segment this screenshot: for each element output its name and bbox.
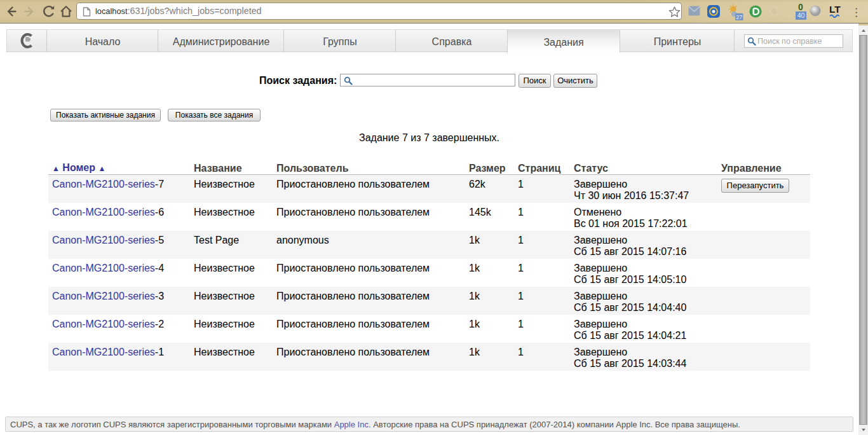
svg-text:27: 27: [736, 14, 742, 20]
